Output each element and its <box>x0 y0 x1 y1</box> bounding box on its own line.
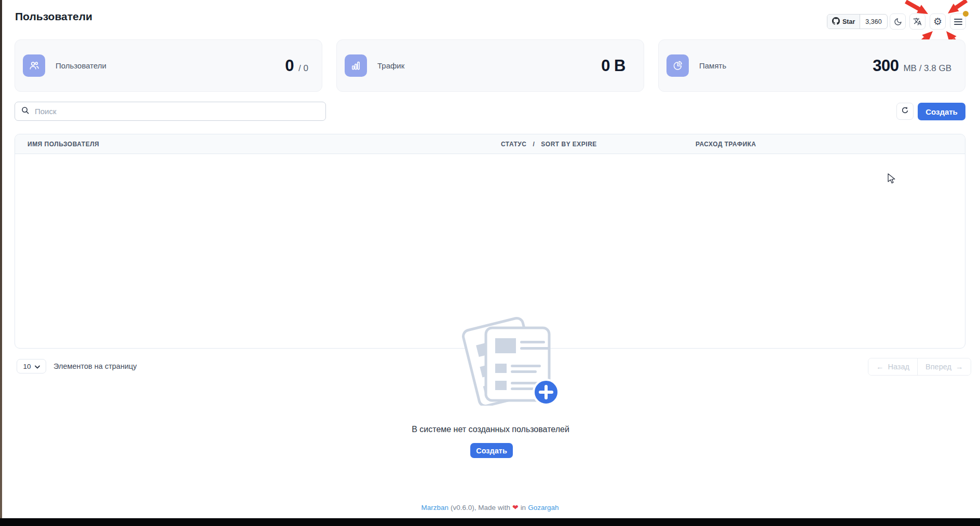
hamburger-menu-icon <box>954 18 962 25</box>
taskbar-strip <box>0 518 980 526</box>
page-title: Пользователи <box>15 10 92 23</box>
users-table: ИМЯ ПОЛЬЗОВАТЕЛЯ СТАТУС / SORT BY EXPIRE… <box>15 134 965 349</box>
stat-card-value: 300 <box>873 57 899 75</box>
github-star-widget[interactable]: Star 3,360 <box>827 14 888 29</box>
prev-page-button[interactable]: ← Назад <box>868 358 917 375</box>
footer-in-text: in <box>521 504 526 511</box>
users-icon <box>23 54 45 77</box>
page-size-select[interactable]: 10 <box>17 359 46 373</box>
empty-state-message: В системе нет созданных пользователей <box>15 425 966 434</box>
menu-notification-dot <box>963 11 969 17</box>
prev-page-label: Назад <box>888 363 910 371</box>
arrow-right-icon: → <box>956 363 963 371</box>
stat-card-traffic: Трафик 0 B <box>336 39 644 92</box>
stat-card-value: 0 B <box>601 57 625 75</box>
stat-card-label: Память <box>699 61 726 70</box>
marzban-link[interactable]: Marzban <box>421 504 449 511</box>
items-per-page-label: Элементов на страницу <box>53 362 137 370</box>
create-user-button[interactable]: Создать <box>918 103 965 120</box>
translate-icon <box>913 17 922 26</box>
plus-circle-icon <box>534 380 559 405</box>
window-edge-strip <box>0 0 2 526</box>
moon-icon <box>894 18 902 26</box>
empty-state: В системе нет созданных пользователей Со… <box>15 134 965 348</box>
stat-card-value: 0 <box>285 57 294 75</box>
stat-card-users: Пользователи 0 / 0 <box>15 39 322 92</box>
settings-button[interactable]: ⚙ <box>930 13 946 30</box>
stat-card-label: Пользователи <box>56 61 106 70</box>
footer: Marzban (v0.6.0), Made with ❤ in Gozarga… <box>0 503 980 511</box>
search-box <box>15 102 326 121</box>
stat-card-label: Трафик <box>377 61 404 70</box>
github-star-count[interactable]: 3,360 <box>860 15 887 29</box>
pie-chart-icon <box>666 54 689 77</box>
pagination-controls: ← Назад Вперед → <box>868 358 971 376</box>
next-page-label: Вперед <box>925 363 951 371</box>
stat-card-suffix: MB / 3.8 GB <box>903 63 951 74</box>
empty-state-create-button[interactable]: Создать <box>470 443 513 458</box>
stat-card-memory: Память 300 MB / 3.8 GB <box>658 39 965 92</box>
heart-icon: ❤ <box>512 503 519 511</box>
search-icon <box>21 106 29 116</box>
gear-icon: ⚙ <box>933 17 942 26</box>
refresh-button[interactable] <box>896 103 914 120</box>
language-button[interactable] <box>909 13 925 30</box>
search-input[interactable] <box>34 106 319 116</box>
refresh-icon <box>901 106 909 116</box>
github-star-button[interactable]: Star <box>827 15 860 29</box>
page-size-value: 10 <box>23 363 31 370</box>
github-logo-icon <box>832 17 840 26</box>
dark-mode-button[interactable] <box>890 13 906 30</box>
stat-card-suffix: / 0 <box>298 63 308 74</box>
empty-documents-illustration <box>454 313 560 406</box>
chevron-down-icon <box>35 363 40 370</box>
gozargah-link[interactable]: Gozargah <box>528 504 559 511</box>
footer-version-text: (v0.6.0), Made with <box>451 504 510 511</box>
github-star-label: Star <box>842 18 855 25</box>
bar-chart-icon <box>345 54 367 77</box>
next-page-button[interactable]: Вперед → <box>917 358 971 375</box>
arrow-left-icon: ← <box>876 363 884 371</box>
